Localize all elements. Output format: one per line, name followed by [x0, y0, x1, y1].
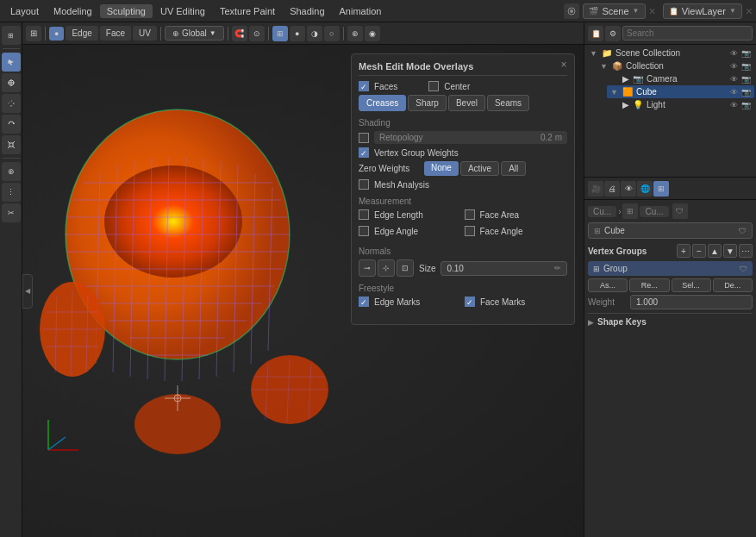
face-area-checkbox[interactable]	[465, 209, 475, 220]
scene-dropdown[interactable]: 🎬 Scene ▼	[583, 3, 645, 19]
breadcrumb-cu2[interactable]: Cu...	[640, 206, 668, 217]
wireframe-btn[interactable]: ⊞	[272, 26, 288, 41]
menu-shading[interactable]: Shading	[283, 4, 331, 18]
breadcrumb-shield[interactable]: 🛡	[672, 203, 688, 219]
menu-sculpting[interactable]: Sculpting	[100, 4, 153, 18]
vertex-mode-btn[interactable]: ●	[49, 27, 64, 41]
face-marks-checkbox[interactable]	[465, 297, 475, 307]
breadcrumb-mesh-icon[interactable]: ⊞	[622, 203, 638, 219]
collection-camera[interactable]: 📷	[741, 62, 751, 71]
collection-eye[interactable]: 👁	[730, 62, 738, 71]
props-object-data-btn[interactable]: ⊞	[653, 181, 669, 197]
center-checkbox[interactable]	[428, 81, 439, 91]
tree-item-light[interactable]: ▶ 💡 Light 👁 📷	[607, 98, 754, 111]
viewport-mode-dropdown[interactable]: ⊞	[26, 26, 41, 41]
face-mode-btn[interactable]: Face	[100, 26, 131, 41]
toolbar-loop-cut-btn[interactable]: ⋮	[2, 183, 21, 202]
menu-texture-paint[interactable]: Texture Paint	[213, 4, 282, 18]
toolbar-rotate-btn[interactable]	[2, 115, 21, 134]
tree-item-scene-collection[interactable]: ▼ 📁 Scene Collection 👁 📷	[586, 47, 754, 59]
edge-marks-checkbox[interactable]	[359, 297, 369, 307]
toolbar-move-btn[interactable]	[2, 94, 21, 113]
assign-btn[interactable]: As...	[588, 278, 628, 292]
camera-eye[interactable]: 👁	[730, 75, 738, 84]
seams-btn[interactable]: Seams	[487, 95, 529, 111]
snap-btn[interactable]: 🧲	[232, 26, 247, 41]
zero-weights-all[interactable]: All	[501, 161, 526, 176]
vg-down-btn[interactable]: ▼	[723, 244, 737, 258]
tree-item-camera[interactable]: ▶ 📷 Camera 👁 📷	[607, 72, 754, 85]
creases-btn[interactable]: Creases	[359, 95, 406, 111]
object-name-field[interactable]: ⊞ Cube 🛡	[588, 222, 753, 239]
vg-remove-btn[interactable]: −	[692, 244, 706, 258]
select-btn[interactable]: Sel...	[672, 278, 711, 292]
edge-angle-checkbox[interactable]	[359, 226, 369, 236]
uv-mode-btn[interactable]: UV	[133, 26, 157, 41]
remove-btn[interactable]: Re...	[629, 278, 669, 292]
toolbar-select-btn[interactable]	[2, 53, 21, 72]
light-render[interactable]: 📷	[741, 101, 751, 109]
viewlayer-dropdown[interactable]: 📋 ViewLayer ▼	[663, 3, 742, 19]
vertex-group-checkbox[interactable]	[359, 147, 369, 158]
zero-weights-active[interactable]: Active	[460, 161, 499, 176]
deselect-btn[interactable]: De...	[713, 278, 753, 292]
vg-group-item[interactable]: ⊞ Group 🛡	[588, 261, 753, 276]
freestyle-label: Freestyle	[359, 284, 567, 293]
toolbar-mode-btn[interactable]: ⊞	[2, 26, 21, 45]
viewport-canvas[interactable]: × Mesh Edit Mode Overlays Faces Center C…	[22, 45, 584, 537]
scene-collection-eye[interactable]: 👁	[730, 49, 738, 58]
normal-face-btn[interactable]: ⊡	[397, 259, 414, 277]
engine-icon[interactable]	[564, 3, 579, 19]
light-eye[interactable]: 👁	[730, 101, 738, 109]
outliner-mode-btn[interactable]: 📋	[588, 26, 603, 41]
outliner-search[interactable]	[622, 26, 753, 41]
toolbar-knife-btn[interactable]: ✂	[2, 203, 21, 222]
zero-weights-none[interactable]: None	[424, 161, 459, 176]
panel-close-btn[interactable]: ×	[557, 58, 571, 72]
vg-more-btn[interactable]: ⋯	[739, 244, 753, 258]
menu-modeling[interactable]: Modeling	[47, 4, 99, 18]
proportional-btn[interactable]: ⊙	[249, 26, 265, 41]
scene-collection-camera[interactable]: 📷	[741, 49, 751, 58]
weight-input[interactable]: 1.000	[630, 295, 753, 309]
sharp-btn[interactable]: Sharp	[408, 95, 447, 111]
props-render-btn[interactable]: 🎥	[588, 181, 603, 197]
transform-space-dropdown[interactable]: ⊕ Global ▼	[165, 26, 224, 41]
retopology-row: Retopology 0.2 m	[374, 131, 567, 144]
viewport-collapse-left[interactable]: ◀	[22, 274, 33, 309]
toolbar-scale-btn[interactable]	[2, 135, 21, 154]
menu-animation[interactable]: Animation	[333, 4, 389, 18]
face-angle-checkbox[interactable]	[465, 226, 475, 236]
toolbar-cursor-btn[interactable]	[2, 73, 21, 92]
solid-btn[interactable]: ●	[290, 26, 305, 41]
edge-length-checkbox[interactable]	[359, 209, 369, 220]
overlay-btn[interactable]: ⊕	[347, 26, 363, 41]
shape-keys-header[interactable]: ▶ Shape Keys	[588, 317, 753, 327]
outliner-filter-btn[interactable]: ⚙	[605, 26, 621, 41]
camera-render[interactable]: 📷	[741, 75, 751, 84]
edge-mode-btn[interactable]: Edge	[66, 26, 97, 41]
breadcrumb-cu1[interactable]: Cu...	[588, 206, 616, 217]
mesh-analysis-checkbox[interactable]	[359, 179, 369, 190]
cube-eye[interactable]: 👁	[730, 88, 738, 97]
props-output-btn[interactable]: 🖨	[604, 181, 620, 197]
material-btn[interactable]: ◑	[307, 26, 322, 41]
tree-item-cube[interactable]: ▼ 🟧 Cube 👁 📷	[607, 85, 754, 98]
cube-render[interactable]: 📷	[741, 88, 751, 97]
normal-vertex-btn[interactable]: ⊸	[359, 259, 376, 277]
faces-checkbox[interactable]	[359, 81, 369, 91]
retopology-checkbox[interactable]	[359, 133, 369, 143]
bevel-btn[interactable]: Bevel	[448, 95, 485, 111]
normal-split-btn[interactable]: ⊹	[378, 259, 395, 277]
vg-add-btn[interactable]: +	[677, 244, 690, 258]
tree-item-collection[interactable]: ▼ 📦 Collection 👁 📷	[597, 59, 754, 72]
gizmo-btn[interactable]: ◉	[365, 26, 380, 41]
vg-up-btn[interactable]: ▲	[708, 244, 722, 258]
render-btn[interactable]: ○	[324, 26, 340, 41]
props-scene-btn[interactable]: 🌐	[637, 181, 653, 197]
menu-layout[interactable]: Layout	[3, 4, 46, 18]
props-view-btn[interactable]: 👁	[621, 181, 636, 197]
normals-size-input[interactable]: 0.10 ✏	[440, 261, 567, 276]
menu-uv-editing[interactable]: UV Editing	[153, 4, 212, 18]
toolbar-extrude-btn[interactable]: ⊕	[2, 162, 21, 181]
